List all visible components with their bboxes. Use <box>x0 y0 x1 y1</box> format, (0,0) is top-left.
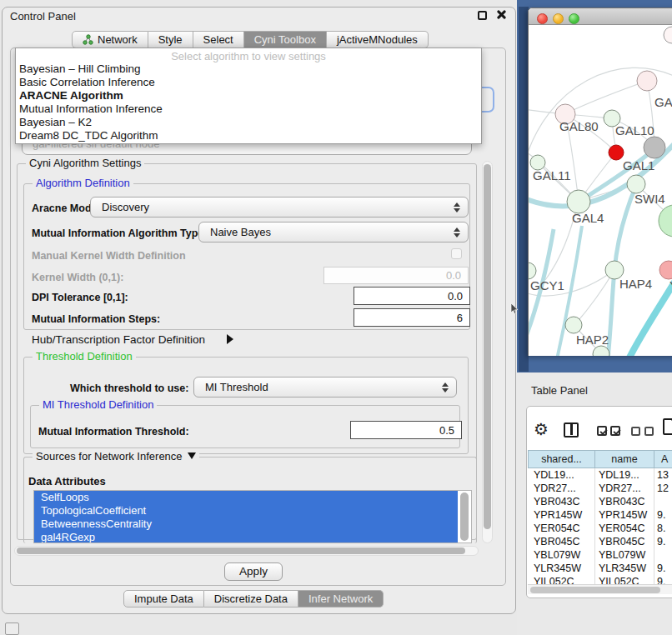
tab-cyni-toolbox[interactable]: Cyni Toolbox <box>244 31 327 48</box>
cell: YDL19... <box>534 469 574 481</box>
manual-kernel-checkbox[interactable] <box>451 248 462 259</box>
node-label: GCY1 <box>530 278 564 292</box>
node-gray[interactable] <box>644 137 665 158</box>
dropdown-item[interactable]: Basic Correlation Inference <box>16 76 481 89</box>
tab-select[interactable]: Select <box>193 31 244 48</box>
node-label: GAL <box>654 95 672 109</box>
node-selected-red[interactable] <box>609 145 624 160</box>
cell: 9. <box>657 509 665 521</box>
mi-steps-field[interactable]: 6 <box>354 308 470 327</box>
table-horizontal-scrollbar-thumb[interactable] <box>530 587 660 593</box>
kernel-width-field[interactable]: 0.0 <box>323 267 469 284</box>
table-horizontal-scrollbar[interactable] <box>528 584 672 594</box>
minimize-traffic-light-icon[interactable] <box>553 13 564 24</box>
table-row[interactable]: YBR045CYBR045C9. <box>528 535 672 548</box>
settings-horizontal-scrollbar-thumb[interactable] <box>17 548 465 554</box>
network-canvas[interactable]: GAL GAL80 GAL10 GAL1 GAL11 SWI4 GAL4 GCY… <box>529 26 672 356</box>
cell: YDR27... <box>534 482 576 494</box>
table-row[interactable]: YBL079WYBL079W <box>528 548 672 562</box>
cell: YPR145W <box>599 509 647 521</box>
deselect-all-icon[interactable] <box>631 427 640 436</box>
close-traffic-light-icon[interactable] <box>537 13 548 24</box>
cell: YLR345W <box>599 562 646 574</box>
cell: 9. <box>657 576 665 584</box>
node-swi4[interactable] <box>627 175 645 193</box>
zoom-traffic-light-icon[interactable] <box>569 13 579 24</box>
node-gal4[interactable] <box>567 190 590 213</box>
tab-cyni-toolbox-label: Cyni Toolbox <box>254 33 316 46</box>
list-scrollbar-thumb[interactable] <box>460 492 469 541</box>
expand-arrow-icon[interactable] <box>227 334 233 344</box>
tab-network-label: Network <box>98 33 138 46</box>
list-item[interactable]: gal4RGexp <box>34 531 458 543</box>
node[interactable] <box>637 71 657 91</box>
dropdown-item[interactable]: Mutual Information Inference <box>16 102 481 116</box>
dropdown-item[interactable]: Dream8 DC_TDC Algorithm <box>16 129 481 142</box>
table-row[interactable]: YBR043CYBR043C <box>528 495 672 508</box>
tab-discretize-data-label: Discretize Data <box>214 592 288 605</box>
close-icon[interactable] <box>496 9 507 20</box>
list-item[interactable]: TopologicalCoefficient <box>34 504 458 518</box>
node-gcy1[interactable] <box>529 262 536 279</box>
cell: YDR27... <box>599 482 641 494</box>
table-row[interactable]: YER054CYER054C8. <box>528 522 672 535</box>
mi-threshold-field[interactable]: 0.5 <box>350 421 462 439</box>
dpi-tolerance-field[interactable]: 0.0 <box>354 287 470 305</box>
dropdown-item-selected[interactable]: ARACNE Algorithm <box>16 89 481 102</box>
settings-horizontal-scrollbar[interactable] <box>14 546 479 556</box>
gear-icon[interactable]: ⚙ <box>534 419 549 439</box>
table-row[interactable]: YDL19...YDL19...13 <box>528 468 672 482</box>
apply-button[interactable]: Apply <box>224 562 283 581</box>
table-row[interactable]: YPR145WYPR145W9. <box>528 508 672 522</box>
aracne-mode-combobox[interactable]: Discovery <box>90 197 469 218</box>
hub-section-label[interactable]: Hub/Transcription Factor Definition <box>32 333 205 346</box>
screen: Control Panel Network Style Select Cyni … <box>0 0 672 635</box>
cell: YPR145W <box>534 509 582 521</box>
network-window-titlebar[interactable] <box>529 8 672 25</box>
node-label: SWI4 <box>634 192 665 206</box>
control-panel-tabbar: Network Style Select Cyni Toolbox jActiv… <box>72 31 429 48</box>
settings-vertical-scrollbar-thumb[interactable] <box>484 164 491 529</box>
spinner-arrows-icon <box>454 202 460 212</box>
algorithm-dropdown-list: Select algorithm to view settings Bayesi… <box>15 48 482 144</box>
tab-discretize-data[interactable]: Discretize Data <box>204 590 298 608</box>
column-header-shared-name[interactable]: shared... <box>528 450 595 468</box>
dropdown-item[interactable]: Bayesian – K2 <box>16 116 481 129</box>
dropdown-item[interactable]: Bayesian – Hill Climbing <box>16 62 481 76</box>
cell: YBR043C <box>534 496 580 508</box>
list-item[interactable]: BetweennessCentrality <box>34 518 458 531</box>
deselect-all-icon-2[interactable] <box>644 427 654 436</box>
algorithm-combobox-fragment[interactable] <box>482 87 494 112</box>
collapse-arrow-icon[interactable] <box>188 452 196 459</box>
float-window-icon[interactable] <box>478 11 487 20</box>
cell: YDL19... <box>599 469 639 481</box>
tab-network[interactable]: Network <box>72 31 148 48</box>
mi-type-combobox[interactable]: Naive Bayes <box>198 222 469 242</box>
which-threshold-combobox[interactable]: MI Threshold <box>193 377 457 398</box>
minimized-panel-button[interactable] <box>5 622 19 635</box>
table-row[interactable]: YDR27...YDR27...12 <box>528 482 672 495</box>
tab-jactivemnodules[interactable]: jActiveMNodules <box>327 31 429 48</box>
cell: YER054C <box>534 522 580 534</box>
mi-steps-label: Mutual Information Steps: <box>32 313 160 325</box>
settings-vertical-scrollbar[interactable] <box>482 161 493 543</box>
node[interactable] <box>664 27 672 43</box>
tab-infer-network[interactable]: Infer Network <box>298 590 384 608</box>
select-all-icon[interactable] <box>597 426 607 436</box>
node-label: GAL1 <box>623 158 654 172</box>
list-item[interactable]: SelfLoops <box>34 491 458 504</box>
node-label: HAP4 <box>619 277 652 291</box>
document-icon[interactable] <box>663 418 672 435</box>
node-bright-green[interactable] <box>659 205 672 237</box>
select-all-icon-2[interactable] <box>610 426 620 436</box>
node-hap2[interactable] <box>565 317 582 333</box>
tab-style[interactable]: Style <box>148 31 193 48</box>
columns-icon[interactable] <box>564 422 579 438</box>
table-row[interactable]: YIL052CYIL052C9. <box>528 575 672 584</box>
node-salmon[interactable] <box>659 261 672 279</box>
table-row[interactable]: YLR345WYLR345W9. <box>528 562 672 575</box>
tab-impute-data[interactable]: Impute Data <box>123 590 204 608</box>
column-header-clipped[interactable]: A <box>654 450 672 468</box>
column-header-name[interactable]: name <box>594 450 654 468</box>
bottom-tabbar: Impute Data Discretize Data Infer Networ… <box>123 590 384 608</box>
